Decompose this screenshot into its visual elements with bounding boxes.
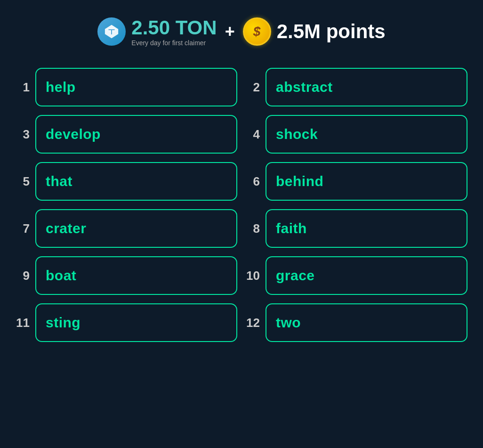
word-number: 9 [16,269,30,283]
word-item: 4shock [246,115,467,154]
ton-amount-text: 2.50 TON [131,16,217,39]
word-item: 7crater [16,209,237,248]
word-item: 11sting [16,303,237,342]
word-label: develop [46,126,101,142]
header: 2.50 TON Every day for first claimer + $… [9,9,474,54]
word-box[interactable]: crater [35,209,237,248]
ton-icon [97,17,126,46]
word-item: 3develop [16,115,237,154]
word-item: 12two [246,303,467,342]
word-label: shock [276,126,318,142]
ton-subtitle: Every day for first claimer [131,39,206,47]
word-number: 5 [16,174,30,189]
coin-symbol: $ [253,24,261,39]
word-number: 8 [246,221,260,236]
word-label: two [276,315,301,330]
word-box[interactable]: help [35,68,237,106]
word-box[interactable]: develop [35,115,237,154]
word-box[interactable]: behind [266,162,467,201]
word-item: 2abstract [246,68,467,106]
word-box[interactable]: shock [266,115,467,154]
word-number: 7 [16,221,30,236]
word-item: 6behind [246,162,467,201]
word-number: 1 [16,80,30,95]
word-box[interactable]: that [35,162,237,201]
word-box[interactable]: sting [35,303,237,342]
word-item: 9boat [16,256,237,295]
word-label: behind [276,173,323,189]
word-number: 10 [246,269,260,283]
coin-icon: $ [243,17,271,46]
word-item: 1help [16,68,237,106]
word-label: crater [46,220,86,236]
word-item: 8faith [246,209,467,248]
word-label: faith [276,220,307,236]
word-box[interactable]: abstract [266,68,467,106]
word-label: that [46,173,72,189]
word-label: sting [46,315,80,330]
word-label: help [46,79,76,95]
word-item: 5that [16,162,237,201]
word-number: 11 [16,316,30,330]
word-box[interactable]: two [266,303,467,342]
ton-amount-block: 2.50 TON Every day for first claimer [131,16,217,47]
word-number: 6 [246,174,260,189]
word-box[interactable]: faith [266,209,467,248]
word-number: 2 [246,80,260,95]
word-label: boat [46,268,76,283]
word-number: 3 [16,127,30,142]
points-text: 2.5M points [277,20,386,43]
word-number: 12 [246,316,260,330]
word-label: abstract [276,79,333,95]
word-box[interactable]: grace [266,256,467,295]
word-item: 10grace [246,256,467,295]
plus-sign: + [225,22,235,41]
words-grid: 1help2abstract3develop4shock5that6behind… [11,68,472,342]
word-label: grace [276,268,315,283]
word-number: 4 [246,127,260,142]
word-box[interactable]: boat [35,256,237,295]
